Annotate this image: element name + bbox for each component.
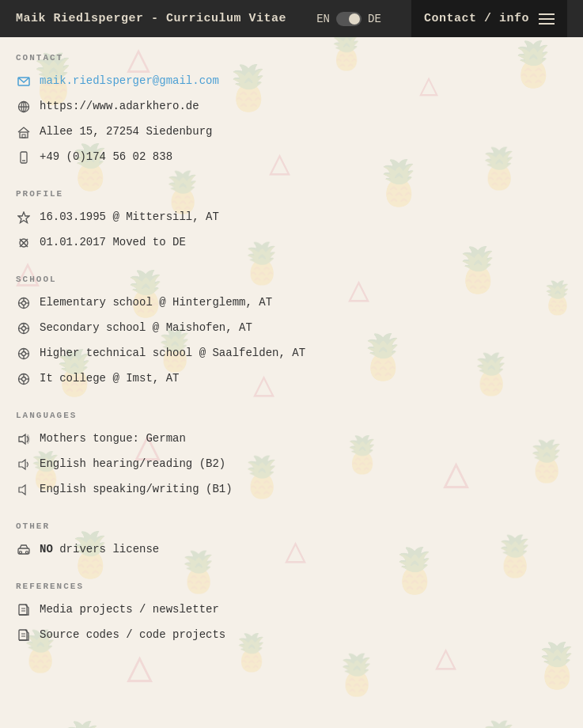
- other-section: OTHER NO drivers license: [16, 521, 567, 558]
- higher-school-text: Higher technical school @ Saalfelden, AT: [40, 346, 305, 362]
- svg-rect-101: [19, 630, 27, 640]
- move-icon: [16, 235, 32, 251]
- birthdate-text: 16.03.1995 @ Mittersill, AT: [40, 210, 219, 226]
- other-section-title: OTHER: [16, 521, 567, 531]
- media-projects-text: Media projects / newsletter: [40, 602, 219, 618]
- contact-section: CONTACT maik.riedlsperger@gmail.com http…: [16, 53, 567, 165]
- website-item: https://www.adarkhero.de: [16, 99, 567, 115]
- svg-point-69: [22, 301, 26, 305]
- contact-nav[interactable]: Contact / info: [411, 0, 567, 37]
- source-codes-item: Source codes / code projects: [16, 628, 567, 643]
- secondary-school-text: Secondary school @ Maishofen, AT: [40, 320, 252, 336]
- school-icon-4: [16, 371, 32, 387]
- lang-en-label[interactable]: EN: [316, 13, 330, 25]
- english-speaking-text: English speaking/writing (B1): [40, 482, 233, 498]
- school-section: SCHOOL Elementary school @ Hinterglemm, …: [16, 275, 567, 387]
- contact-nav-label: Contact / info: [424, 12, 529, 25]
- college-item: It college @ Imst, AT: [16, 371, 567, 387]
- profile-section: PROFILE 16.03.1995 @ Mittersill, AT 01.0…: [16, 189, 567, 251]
- languages-section-title: LANGUAGES: [16, 411, 567, 420]
- languages-section: LANGUAGES Mothers tongue: German English…: [16, 411, 567, 498]
- elementary-school-text: Elementary school @ Hinterglemm, AT: [40, 295, 272, 311]
- media-projects-item: Media projects / newsletter: [16, 602, 567, 618]
- lang-de-label[interactable]: DE: [368, 13, 381, 25]
- header: Maik Riedlsperger - Curriculum Vitae EN …: [0, 0, 583, 37]
- school-section-title: SCHOOL: [16, 275, 567, 284]
- svg-marker-93: [19, 460, 25, 469]
- profile-section-title: PROFILE: [16, 189, 567, 199]
- doc-icon-1: [16, 602, 32, 618]
- speaker-sm-icon: [16, 482, 32, 498]
- speaker-lg-icon: [16, 431, 32, 447]
- higher-school-item: Higher technical school @ Saalfelden, AT: [16, 346, 567, 362]
- moved-item: 01.01.2017 Moved to DE: [16, 235, 567, 251]
- address-text: Allee 15, 27254 Siedenburg: [40, 124, 212, 140]
- svg-rect-98: [19, 605, 27, 615]
- main-content: CONTACT maik.riedlsperger@gmail.com http…: [0, 37, 583, 699]
- svg-rect-62: [21, 152, 27, 163]
- college-text: It college @ Imst, AT: [40, 371, 179, 387]
- phone-item: +49 (0)174 56 02 838: [16, 150, 567, 165]
- school-icon-3: [16, 346, 32, 362]
- svg-point-97: [26, 552, 28, 554]
- references-section: REFERENCES Media projects / newsletter: [16, 582, 567, 643]
- speaker-md-icon: [16, 457, 32, 472]
- svg-point-87: [22, 377, 26, 381]
- home-icon: [16, 124, 32, 140]
- english-hearing-item: English hearing/reading (B2): [16, 457, 567, 472]
- hamburger-menu[interactable]: [539, 13, 555, 25]
- doc-icon-2: [16, 628, 32, 643]
- language-switcher[interactable]: EN DE: [316, 12, 381, 26]
- native-language-item: Mothers tongue: German: [16, 431, 567, 447]
- drivers-license-item: NO drivers license: [16, 542, 567, 558]
- header-title: Maik Riedlsperger - Curriculum Vitae: [16, 12, 286, 25]
- moved-text: 01.01.2017 Moved to DE: [40, 235, 186, 251]
- contact-section-title: CONTACT: [16, 53, 567, 63]
- star-icon: [16, 210, 32, 226]
- address-item: Allee 15, 27254 Siedenburg: [16, 124, 567, 140]
- phone-text: +49 (0)174 56 02 838: [40, 150, 172, 165]
- website-text: https://www.adarkhero.de: [40, 99, 199, 115]
- svg-marker-64: [18, 212, 29, 223]
- school-icon-1: [16, 295, 32, 311]
- elementary-school-item: Elementary school @ Hinterglemm, AT: [16, 295, 567, 311]
- birthdate-item: 16.03.1995 @ Mittersill, AT: [16, 210, 567, 226]
- email-link[interactable]: maik.riedlsperger@gmail.com: [40, 74, 219, 89]
- email-item: maik.riedlsperger@gmail.com: [16, 74, 567, 89]
- svg-text:🍍: 🍍: [475, 719, 524, 728]
- svg-point-75: [22, 327, 26, 331]
- svg-text:🍍: 🍍: [55, 719, 110, 728]
- globe-icon: [16, 99, 32, 115]
- source-codes-text: Source codes / code projects: [40, 628, 225, 643]
- lang-toggle[interactable]: [336, 12, 362, 26]
- english-hearing-text: English hearing/reading (B2): [40, 457, 225, 472]
- svg-text:△: △: [269, 722, 290, 728]
- svg-point-81: [22, 352, 26, 356]
- phone-icon: [16, 150, 32, 165]
- school-icon-2: [16, 320, 32, 336]
- references-section-title: REFERENCES: [16, 582, 567, 591]
- svg-marker-92: [19, 434, 25, 444]
- drivers-license-text: NO drivers license: [40, 542, 159, 558]
- native-language-text: Mothers tongue: German: [40, 431, 186, 447]
- car-icon: [16, 542, 32, 558]
- secondary-school-item: Secondary school @ Maishofen, AT: [16, 320, 567, 336]
- svg-marker-94: [19, 485, 25, 495]
- svg-point-96: [20, 552, 22, 554]
- english-speaking-item: English speaking/writing (B1): [16, 482, 567, 498]
- email-icon: [16, 74, 32, 89]
- no-badge: NO: [40, 543, 53, 555]
